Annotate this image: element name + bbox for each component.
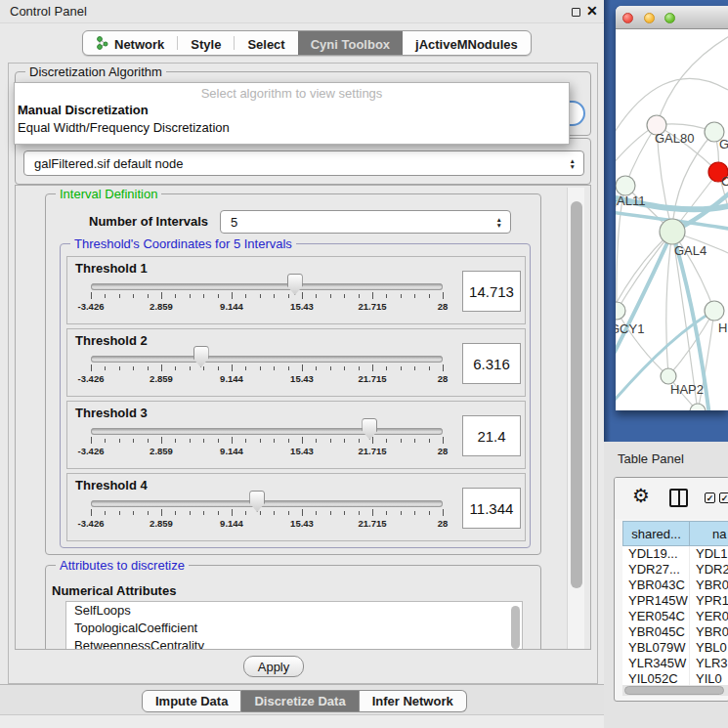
tab-discretize-data[interactable]: Discretize Data	[241, 690, 359, 712]
network-canvas[interactable]: GAL80GCGAL11GAL4GCY1HHAP2	[616, 29, 728, 410]
table-row[interactable]: YER054CYER0	[622, 609, 728, 624]
node-gcy1[interactable]	[616, 302, 625, 320]
attributes-group: Attributes to discretize Numerical Attri…	[45, 565, 541, 650]
tab-jactivemnodules[interactable]: jActiveMNodules	[403, 31, 531, 56]
tick-label: 2.859	[150, 446, 173, 456]
gear-icon[interactable]: ⚙	[632, 486, 650, 505]
table-data-group: Table Data galFiltered.sif default node …	[15, 138, 591, 185]
tick-label: 15.43	[290, 301, 314, 312]
tick-label: 21.715	[358, 301, 386, 312]
tick-label: 15.43	[290, 518, 314, 529]
vertical-scrollbar[interactable]	[567, 188, 584, 649]
discretization-algorithm-title: Discretization Algorithm	[25, 64, 166, 79]
column-header-name[interactable]: na	[690, 521, 728, 546]
table-row[interactable]: YBR045CYBR0	[622, 624, 728, 640]
network-window-titlebar[interactable]	[616, 6, 728, 29]
node-gal11[interactable]	[616, 176, 635, 195]
slider-tick-labels: -3.4262.8599.14415.4321.71528	[91, 518, 443, 530]
node-label-gal80: GAL80	[655, 131, 694, 146]
dropdown-option-equal-width-frequency[interactable]: Equal Width/Frequency Discretization	[15, 118, 569, 136]
teal-edge[interactable]	[616, 232, 672, 373]
table-row[interactable]: YDL19...YDL1	[622, 546, 728, 562]
number-of-intervals-label: Number of Intervals	[89, 214, 208, 229]
table-panel: Table Panel ⚙ ✓ ✓ shared... na YDL19...Y…	[604, 442, 728, 728]
minimize-traffic-light-icon[interactable]	[644, 13, 655, 23]
dropdown-prompt: Select algorithm to view settings	[15, 83, 569, 101]
tick-label: 28	[438, 373, 449, 384]
checkbox-icon[interactable]: ✓	[719, 492, 728, 503]
node-gal4[interactable]	[660, 219, 685, 244]
gray-edge[interactable]	[657, 35, 728, 125]
tab-label: Style	[191, 37, 221, 52]
threshold-row-2: Threshold 2-3.4262.8599.14415.4321.71528…	[66, 328, 526, 397]
spinner-arrows-icon[interactable]: ▲▼	[570, 158, 576, 169]
horizontal-scrollbar[interactable]	[622, 685, 728, 696]
slider-ticks	[91, 509, 443, 518]
slider-ticks	[91, 364, 443, 373]
columns-icon[interactable]	[669, 489, 688, 507]
node-label-gal4: GAL4	[674, 243, 707, 258]
slider-tick-labels: -3.4262.8599.14415.4321.71528	[91, 446, 443, 457]
threshold-value-field[interactable]: 14.713	[462, 271, 521, 312]
table-toolbar: ⚙ ✓ ✓	[615, 478, 728, 519]
spinner-arrows-icon[interactable]: ▲▼	[496, 217, 502, 228]
cell-shared-name: YBR043C	[622, 578, 690, 593]
cell-name: YBR0	[690, 578, 728, 593]
numerical-attributes-list[interactable]: SelfLoopsTopologicalCoefficientBetweenne…	[65, 601, 523, 650]
slider-track[interactable]	[91, 283, 443, 290]
slider-track[interactable]	[91, 500, 443, 507]
number-of-intervals-combobox[interactable]: 5 ▲▼	[220, 210, 511, 234]
close-traffic-light-icon[interactable]	[622, 13, 633, 23]
node-label-h: H	[718, 321, 727, 335]
tab-style[interactable]: Style	[178, 31, 234, 56]
slider-track[interactable]	[91, 428, 443, 435]
node-h[interactable]	[705, 301, 724, 321]
list-item-betweennesscentrality[interactable]: BetweennessCentrality	[66, 637, 522, 650]
threshold-value-field[interactable]: 11.344	[462, 488, 521, 529]
close-icon[interactable]: ✕	[586, 3, 598, 19]
table-panel-title: Table Panel	[618, 451, 684, 466]
table-row[interactable]: YBR043CYBR0	[622, 578, 728, 593]
gray-edge[interactable]	[672, 132, 714, 232]
gray-edge[interactable]	[617, 232, 672, 311]
interval-definition-group: Interval Definition Number of Intervals …	[45, 193, 541, 555]
attribute-browser: ⚙ ✓ ✓ shared... na YDL19...YDL1YDR27...Y…	[614, 477, 728, 702]
slider-tick-labels: -3.4262.8599.14415.4321.71528	[91, 301, 443, 313]
table-row[interactable]: YPR145WYPR1	[622, 593, 728, 609]
tab-infer-network[interactable]: Infer Network	[360, 690, 467, 712]
tab-label: Cyni Toolbox	[311, 37, 390, 52]
checkbox-icon[interactable]: ✓	[705, 492, 715, 503]
list-scrollbar-thumb[interactable]	[511, 606, 520, 649]
tab-network[interactable]: Network	[83, 31, 177, 56]
cell-name: YPR1	[690, 593, 728, 609]
table-row[interactable]: YDR27...YDR2	[622, 562, 728, 578]
column-header-shared-name[interactable]: shared...	[622, 521, 690, 546]
slider-track[interactable]	[91, 356, 443, 363]
node-label-g: G	[719, 137, 728, 151]
cell-shared-name: YLR345W	[622, 656, 690, 671]
gray-edge[interactable]	[666, 232, 672, 376]
tick-label: 2.859	[150, 518, 173, 529]
tab-cyni-toolbox[interactable]: Cyni Toolbox	[298, 31, 403, 56]
list-item-selfloops[interactable]: SelfLoops	[66, 602, 522, 620]
dropdown-option-manual-discretization[interactable]: Manual Discretization	[15, 101, 569, 118]
float-window-icon[interactable]	[572, 8, 580, 17]
table-row[interactable]: YLR345WYLR3	[622, 656, 728, 671]
tab-impute-data[interactable]: Impute Data	[142, 690, 241, 712]
threshold-value-field[interactable]: 21.4	[462, 415, 521, 456]
network-view-window[interactable]: GAL80GCGAL11GAL4GCY1HHAP2	[616, 6, 728, 410]
tab-select[interactable]: Select	[235, 31, 297, 56]
table-data-combobox[interactable]: galFiltered.sif default node ▲▼	[23, 150, 584, 176]
threshold-row-4: Threshold 4-3.4262.8599.14415.4321.71528…	[66, 473, 526, 541]
list-item-topologicalcoefficient[interactable]: TopologicalCoefficient	[66, 620, 522, 637]
tick-label: 2.859	[150, 301, 173, 312]
zoom-traffic-light-icon[interactable]	[664, 13, 675, 23]
bottom-strip-divider	[0, 714, 604, 728]
threshold-label: Threshold 3	[75, 406, 148, 420]
vertical-scrollbar-thumb[interactable]	[571, 201, 582, 588]
table-row[interactable]: YBL079WYBL0	[622, 640, 728, 656]
apply-button[interactable]: Apply	[243, 656, 304, 677]
threshold-value-field[interactable]: 6.316	[462, 343, 521, 384]
interval-definition-title: Interval Definition	[56, 187, 161, 201]
horizontal-scrollbar-thumb[interactable]	[624, 686, 724, 695]
